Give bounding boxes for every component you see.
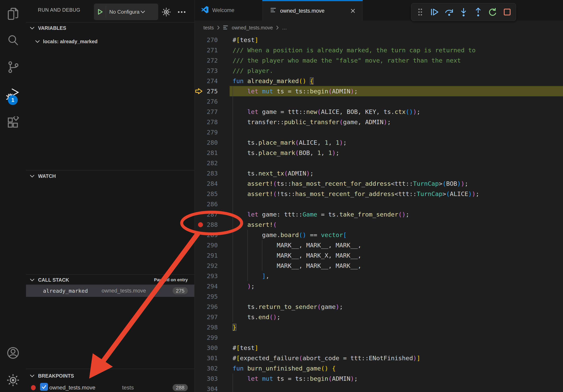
breakpoint-row[interactable]: owned_tests.move tests 288 bbox=[26, 382, 194, 392]
line-number[interactable]: 294 bbox=[200, 281, 218, 291]
line-number[interactable]: 303 bbox=[200, 373, 218, 384]
line-number[interactable]: 289 bbox=[200, 230, 218, 240]
line-number[interactable]: 295 bbox=[200, 291, 218, 301]
explorer-icon[interactable] bbox=[0, 8, 26, 20]
call-stack-frame-row[interactable]: already_marked owned_tests.move 275 bbox=[26, 285, 194, 297]
frame-line-badge: 275 bbox=[173, 287, 188, 294]
line-number[interactable]: 285 bbox=[200, 189, 218, 199]
code-line-text: #[test] bbox=[232, 35, 258, 45]
line-number[interactable]: 274 bbox=[200, 76, 218, 86]
line-number[interactable]: 273 bbox=[200, 65, 218, 76]
code-line: 280 ts.place_mark(ALICE, 1, 1); bbox=[194, 137, 563, 148]
debug-settings-gear-icon[interactable] bbox=[162, 8, 171, 17]
line-number[interactable]: 275 bbox=[200, 86, 218, 96]
line-number[interactable]: 300 bbox=[200, 343, 218, 353]
watch-section-header[interactable]: WATCH bbox=[26, 172, 194, 180]
line-number[interactable]: 282 bbox=[200, 158, 218, 168]
search-icon[interactable] bbox=[0, 34, 26, 47]
code-line-text: ts.next_tx(ADMIN); bbox=[232, 168, 314, 178]
code-line: 299 bbox=[194, 332, 563, 343]
stop-button[interactable] bbox=[501, 6, 513, 18]
chevron-down-icon bbox=[35, 40, 40, 43]
code-line: 291 MARK__, MARK_X, MARK__, bbox=[194, 250, 563, 261]
indent-guide bbox=[232, 291, 233, 301]
line-number[interactable]: 293 bbox=[200, 271, 218, 281]
line-number[interactable]: 272 bbox=[200, 55, 218, 65]
breadcrumb-item-file[interactable]: owned_tests.move bbox=[232, 25, 273, 31]
line-number[interactable]: 292 bbox=[200, 261, 218, 271]
breakpoints-section-header[interactable]: BREAKPOINTS bbox=[26, 372, 194, 380]
code-line: 278 transfer::public_transfer(game, ADMI… bbox=[194, 117, 563, 127]
line-number[interactable]: 281 bbox=[200, 148, 218, 158]
code-line: 279 bbox=[194, 127, 563, 137]
line-number[interactable]: 287 bbox=[200, 209, 218, 220]
step-into-button[interactable] bbox=[458, 6, 469, 18]
line-number[interactable]: 302 bbox=[200, 363, 218, 373]
extensions-icon[interactable] bbox=[0, 117, 26, 129]
code-line-text: assert!(!ts::has_most_recent_for_address… bbox=[232, 189, 479, 199]
line-number[interactable]: 270 bbox=[200, 35, 218, 45]
code-line-text: assert!( bbox=[232, 220, 277, 230]
tab-owned-tests-move[interactable]: owned_tests.move bbox=[262, 0, 363, 21]
start-debug-icon[interactable] bbox=[94, 9, 106, 15]
line-number[interactable]: 284 bbox=[200, 178, 218, 189]
breakpoint-dir: tests bbox=[122, 384, 134, 391]
locals-scope-label: locals: already_marked bbox=[43, 39, 98, 44]
run-and-debug-icon[interactable]: 1 bbox=[0, 88, 26, 103]
continue-button[interactable] bbox=[429, 6, 440, 18]
close-icon[interactable] bbox=[350, 8, 356, 13]
settings-gear-icon[interactable] bbox=[0, 374, 26, 386]
breadcrumb-item-symbol[interactable]: … bbox=[282, 25, 287, 31]
line-number[interactable]: 296 bbox=[200, 301, 218, 312]
code-line: 276 bbox=[194, 96, 563, 107]
tab-welcome[interactable]: Welcome bbox=[194, 0, 262, 21]
line-number[interactable]: 278 bbox=[200, 117, 218, 127]
indent-guide bbox=[232, 158, 233, 168]
chevron-right-icon bbox=[276, 25, 279, 30]
variables-scope-row[interactable]: locals: already_marked bbox=[26, 38, 194, 45]
line-number[interactable]: 297 bbox=[200, 312, 218, 322]
line-number[interactable]: 291 bbox=[200, 250, 218, 261]
code-line: 275 let mut ts = ts::begin(ADMIN); bbox=[194, 86, 563, 96]
step-over-button[interactable] bbox=[443, 6, 455, 18]
line-number[interactable]: 276 bbox=[200, 96, 218, 107]
indent-guide bbox=[232, 96, 233, 107]
line-number[interactable]: 279 bbox=[200, 127, 218, 137]
line-number[interactable]: 288 bbox=[200, 220, 218, 230]
source-control-icon[interactable] bbox=[0, 61, 26, 73]
restart-button[interactable] bbox=[487, 6, 498, 18]
code-line-text: ts.return_to_sender(game); bbox=[232, 301, 343, 312]
line-number[interactable]: 298 bbox=[200, 322, 218, 332]
debug-config-dropdown[interactable]: No Configura bbox=[94, 3, 158, 20]
line-number[interactable]: 286 bbox=[200, 199, 218, 209]
breadcrumb: tests owned_tests.move … bbox=[194, 21, 563, 35]
code-line: 273/// player. bbox=[194, 65, 563, 76]
breakpoint-dot-icon bbox=[31, 385, 36, 390]
indent-guide bbox=[232, 199, 233, 209]
line-number[interactable]: 271 bbox=[200, 45, 218, 55]
account-icon[interactable] bbox=[0, 347, 26, 359]
code-line-text: let mut ts = ts::begin(ADMIN); bbox=[232, 373, 358, 384]
line-number[interactable]: 277 bbox=[200, 107, 218, 117]
call-stack-section-header[interactable]: CALL STACK Paused on entry bbox=[26, 276, 194, 284]
code-line: 271/// When a position is already marked… bbox=[194, 45, 563, 55]
indent-guide bbox=[232, 384, 233, 392]
line-number[interactable]: 280 bbox=[200, 137, 218, 148]
section-label: WATCH bbox=[38, 173, 56, 179]
code-line: 284 assert!(ts::has_most_recent_for_addr… bbox=[194, 178, 563, 189]
breakpoint-checkbox[interactable] bbox=[40, 383, 48, 391]
divider bbox=[26, 170, 194, 170]
line-number[interactable]: 304 bbox=[200, 384, 218, 392]
drag-grip-icon[interactable] bbox=[414, 6, 426, 18]
chevron-down-icon bbox=[30, 174, 35, 178]
debug-toolbar bbox=[411, 3, 516, 21]
breadcrumb-item-tests[interactable]: tests bbox=[203, 25, 214, 31]
variables-section-header[interactable]: VARIABLES bbox=[26, 24, 194, 32]
line-number[interactable]: 299 bbox=[200, 332, 218, 343]
line-number[interactable]: 283 bbox=[200, 168, 218, 178]
line-number[interactable]: 290 bbox=[200, 240, 218, 250]
line-number[interactable]: 301 bbox=[200, 353, 218, 363]
step-out-button[interactable] bbox=[473, 6, 484, 18]
frame-name: already_marked bbox=[43, 288, 88, 294]
more-actions-icon[interactable] bbox=[177, 8, 186, 17]
